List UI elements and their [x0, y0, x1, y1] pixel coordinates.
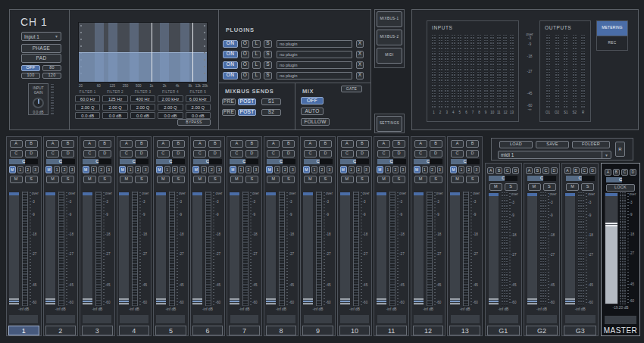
master-bus-bar[interactable]: C: [606, 177, 635, 182]
layer-a-button[interactable]: A: [341, 140, 354, 148]
group-select-g1[interactable]: G1: [487, 326, 520, 335]
fader-handle[interactable]: [565, 298, 575, 304]
layer-c-button[interactable]: C: [267, 150, 280, 157]
solo-button[interactable]: S: [319, 176, 332, 183]
filter-q-value[interactable]: 2.00 Q: [130, 104, 155, 111]
strip-send-1-button[interactable]: 1: [201, 166, 207, 173]
strip-send-2-button[interactable]: 2: [430, 166, 436, 173]
mute-button[interactable]: M: [489, 183, 502, 191]
filter-gain-value[interactable]: 0.0 dB: [75, 112, 100, 119]
group-fader[interactable]: [527, 192, 538, 306]
layer-b-button[interactable]: B: [496, 167, 502, 174]
layer-b-button[interactable]: B: [172, 140, 185, 148]
input-select[interactable]: Input 1 ▼: [21, 32, 61, 41]
strip-send-1-button[interactable]: 1: [385, 166, 391, 173]
layer-a-button[interactable]: A: [526, 167, 533, 174]
layer-d-button[interactable]: D: [466, 150, 479, 157]
bus-assign-bar[interactable]: C: [489, 176, 517, 181]
channel-fader[interactable]: [449, 192, 461, 306]
strip-send-3-button[interactable]: 3: [289, 166, 295, 173]
fader-handle[interactable]: [192, 298, 202, 304]
channel-select-3[interactable]: 3: [82, 326, 113, 335]
mute-button[interactable]: M: [304, 176, 317, 183]
strip-mono-button[interactable]: M: [230, 166, 236, 173]
tab-midi[interactable]: MIDI: [377, 48, 402, 64]
fader-handle[interactable]: [230, 298, 239, 304]
fader-handle[interactable]: [156, 298, 166, 304]
solo-button[interactable]: S: [581, 183, 594, 191]
strip-send-1-button[interactable]: 1: [422, 166, 428, 173]
layer-a-button[interactable]: A: [267, 140, 280, 148]
tab-settings[interactable]: SETTINGS: [377, 116, 402, 132]
layer-a-button[interactable]: A: [487, 167, 494, 174]
strip-send-3-button[interactable]: 3: [400, 166, 406, 173]
filter-q-value[interactable]: 2.00 Q: [158, 104, 183, 111]
channel-name-input[interactable]: [230, 315, 259, 323]
bus-assign-bar[interactable]: C: [193, 159, 222, 164]
filter-q-value[interactable]: 2.00 Q: [102, 104, 127, 111]
fader-handle[interactable]: [450, 298, 460, 304]
strip-mono-button[interactable]: M: [450, 166, 457, 173]
load-button[interactable]: LOAD: [499, 141, 533, 148]
bus-assign-bar[interactable]: C: [120, 159, 148, 164]
layer-b-button[interactable]: B: [613, 169, 620, 176]
strip-mono-button[interactable]: M: [119, 166, 126, 173]
layer-a-button[interactable]: A: [46, 140, 59, 148]
fader-handle[interactable]: [303, 298, 313, 304]
mute-button[interactable]: M: [267, 176, 280, 183]
solo-button[interactable]: S: [25, 176, 38, 183]
strip-send-2-button[interactable]: 2: [245, 166, 252, 173]
folder-button[interactable]: FOLDER: [572, 141, 610, 148]
send-pre-button[interactable]: PRE: [222, 98, 236, 105]
layer-d-button[interactable]: D: [61, 150, 74, 157]
layer-b-button[interactable]: B: [25, 140, 38, 148]
group-select-g3[interactable]: G3: [564, 326, 596, 335]
plugin-name-slot[interactable]: no plugin: [277, 51, 352, 58]
mute-button[interactable]: M: [341, 176, 354, 183]
layer-d-button[interactable]: D: [589, 167, 596, 174]
layer-b-button[interactable]: B: [534, 167, 541, 174]
group-fader[interactable]: [488, 192, 499, 306]
strip-mono-button[interactable]: M: [377, 166, 383, 173]
strip-send-3-button[interactable]: 3: [180, 166, 186, 173]
solo-button[interactable]: S: [172, 176, 185, 183]
channel-fader[interactable]: [265, 192, 277, 306]
bus-assign-bar[interactable]: C: [304, 159, 333, 164]
tab-mixbus-1[interactable]: MIXBUS-1: [377, 11, 402, 27]
phase-button[interactable]: PHASE: [21, 44, 61, 53]
channel-fader[interactable]: [8, 192, 20, 306]
lock-button[interactable]: LOCK: [606, 184, 635, 192]
strip-send-1-button[interactable]: 1: [311, 166, 317, 173]
group-select-g2[interactable]: G2: [526, 326, 558, 335]
strip-send-3-button[interactable]: 3: [106, 166, 112, 173]
strip-mono-button[interactable]: M: [9, 166, 16, 173]
mute-button[interactable]: M: [46, 176, 59, 183]
fader-handle[interactable]: [377, 298, 386, 304]
plugin-name-slot[interactable]: no plugin: [277, 72, 352, 80]
channel-fader[interactable]: [155, 192, 167, 306]
filter-frequency-value[interactable]: 60.0 Hz: [75, 95, 100, 102]
master-fader-handle[interactable]: [605, 223, 617, 226]
plugin-remove-button[interactable]: X: [356, 40, 364, 48]
strip-send-3-button[interactable]: 3: [33, 166, 39, 173]
layer-c-button[interactable]: C: [10, 150, 23, 157]
layer-b-button[interactable]: B: [245, 140, 258, 148]
layer-c-button[interactable]: C: [451, 150, 464, 157]
filter-gain-value[interactable]: 0.0 dB: [130, 112, 155, 119]
channel-select-1[interactable]: 1: [8, 326, 39, 335]
layer-d-button[interactable]: D: [392, 150, 405, 157]
plugin-o-button[interactable]: O: [241, 51, 249, 58]
strip-send-1-button[interactable]: 1: [127, 166, 133, 173]
plugin-name-slot[interactable]: no plugin: [277, 61, 352, 69]
strip-mono-button[interactable]: M: [414, 166, 420, 173]
send-bus-button[interactable]: S2: [261, 109, 281, 116]
plugin-name-slot[interactable]: no plugin: [277, 40, 352, 48]
plugin-s-button[interactable]: S: [264, 61, 272, 69]
channel-select-4[interactable]: 4: [119, 326, 150, 335]
bus-assign-bar[interactable]: C: [566, 176, 595, 181]
group-fader[interactable]: [564, 192, 576, 306]
plugin-o-button[interactable]: O: [241, 40, 249, 48]
channel-name-input[interactable]: [304, 315, 333, 323]
bus-assign-bar[interactable]: C: [156, 159, 185, 164]
send-post-button[interactable]: POST: [238, 98, 256, 105]
